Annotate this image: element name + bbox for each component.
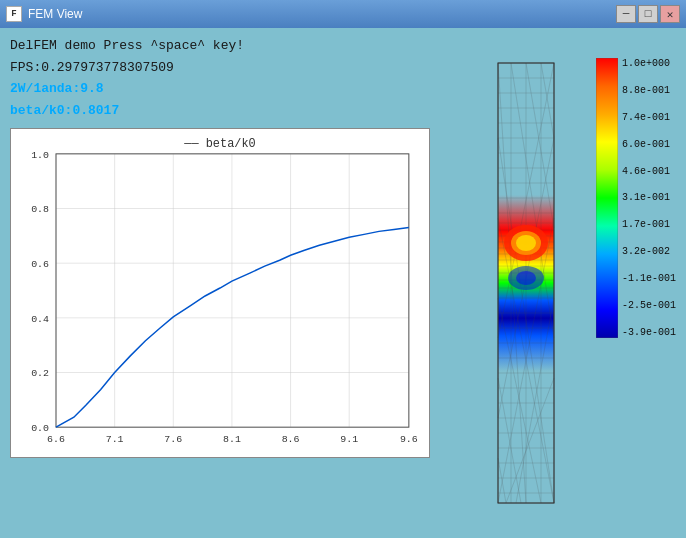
cs-label-7: 3.2e-002	[622, 246, 676, 257]
window-controls: ─ □ ✕	[616, 5, 680, 23]
svg-text:0.4: 0.4	[31, 314, 49, 325]
cs-label-1: 8.8e-001	[622, 85, 676, 96]
svg-text:6.6: 6.6	[47, 434, 65, 445]
fem-mesh	[486, 58, 566, 508]
cs-label-6: 1.7e-001	[622, 219, 676, 230]
svg-rect-14	[56, 154, 409, 427]
chart-area: ── beta/k0 0.0 0.2 0.4 0	[10, 128, 430, 458]
svg-text:7.6: 7.6	[164, 434, 182, 445]
info-line-2: FPS:0.297973778307509	[10, 58, 676, 78]
title-bar: F FEM View ─ □ ✕	[0, 0, 686, 28]
svg-text:8.1: 8.1	[223, 434, 241, 445]
svg-text:0.2: 0.2	[31, 368, 49, 379]
colorscale-bar-svg	[596, 58, 618, 338]
fem-mesh-svg	[486, 58, 566, 508]
cs-label-5: 3.1e-001	[622, 192, 676, 203]
chart-svg: ── beta/k0 0.0 0.2 0.4 0	[11, 129, 429, 457]
cs-label-4: 4.6e-001	[622, 166, 676, 177]
cs-label-3: 6.0e-001	[622, 139, 676, 150]
cs-label-10: -3.9e-001	[622, 327, 676, 338]
svg-point-85	[516, 235, 536, 251]
window-title: FEM View	[28, 7, 610, 21]
colorscale-labels: 1.0e+000 8.8e-001 7.4e-001 6.0e-001 4.6e…	[622, 58, 676, 338]
cs-label-9: -2.5e-001	[622, 300, 676, 311]
cs-label-8: -1.1e-001	[622, 273, 676, 284]
close-button[interactable]: ✕	[660, 5, 680, 23]
info-line-4: beta/k0:0.8017	[10, 101, 676, 121]
main-content: DelFEM demo Press ^space^ key! FPS:0.297…	[0, 28, 686, 538]
cs-label-2: 7.4e-001	[622, 112, 676, 123]
svg-text:9.6: 9.6	[400, 434, 418, 445]
window-icon: F	[6, 6, 22, 22]
svg-text:1.0: 1.0	[31, 150, 49, 161]
svg-text:0.8: 0.8	[31, 204, 49, 215]
svg-text:8.6: 8.6	[282, 434, 300, 445]
svg-text:── beta/k0: ── beta/k0	[183, 137, 255, 151]
svg-rect-28	[596, 58, 618, 338]
info-line-1: DelFEM demo Press ^space^ key!	[10, 36, 676, 56]
svg-text:9.1: 9.1	[340, 434, 358, 445]
svg-text:7.1: 7.1	[106, 434, 124, 445]
minimize-button[interactable]: ─	[616, 5, 636, 23]
info-line-3: 2W/1anda:9.8	[10, 79, 676, 99]
svg-text:0.0: 0.0	[31, 423, 49, 434]
maximize-button[interactable]: □	[638, 5, 658, 23]
colorscale-container: 1.0e+000 8.8e-001 7.4e-001 6.0e-001 4.6e…	[596, 58, 676, 338]
cs-label-0: 1.0e+000	[622, 58, 676, 69]
svg-point-87	[516, 271, 536, 285]
svg-text:0.6: 0.6	[31, 259, 49, 270]
